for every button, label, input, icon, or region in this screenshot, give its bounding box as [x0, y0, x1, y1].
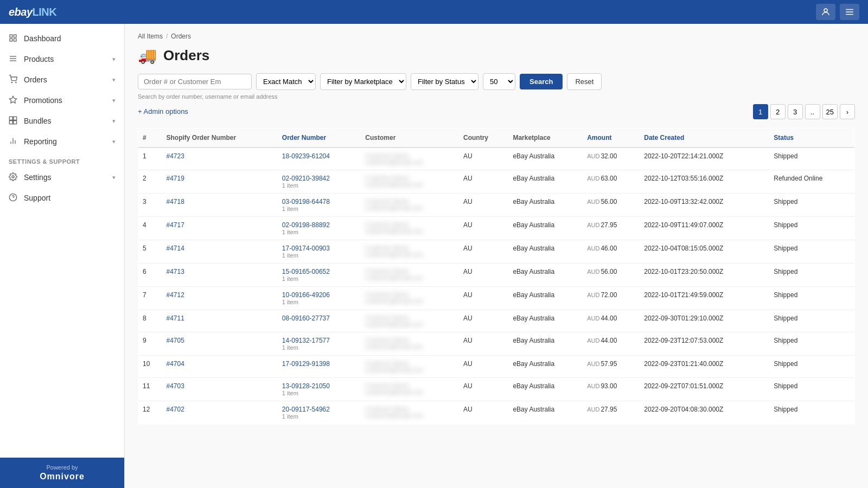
- customer-name: Customer Name: [365, 198, 455, 204]
- currency-label: AUD: [587, 315, 599, 322]
- ebay-order-link[interactable]: 03-09198-64478: [282, 198, 330, 206]
- sidebar-label-promotions: Promotions: [24, 96, 62, 105]
- page-btn-next[interactable]: ›: [840, 104, 855, 119]
- svg-rect-4: [10, 35, 12, 37]
- col-status[interactable]: Status: [769, 129, 854, 148]
- cell-order-number: 08-09160-27737: [278, 310, 361, 332]
- cell-marketplace: eBay Australia: [508, 401, 583, 425]
- per-page-select[interactable]: 50 25 100: [483, 73, 515, 90]
- customer-name: Customer Name: [365, 337, 455, 343]
- table-row: 3 #4718 03-09198-64478 1 item Customer N…: [138, 194, 855, 217]
- cell-order-number: 17-09174-00903 1 item: [278, 240, 361, 264]
- menu-icon-button[interactable]: [840, 4, 859, 20]
- bundles-chevron-icon: ▾: [112, 118, 116, 125]
- shopify-order-link[interactable]: #4713: [167, 268, 184, 275]
- sidebar-label-bundles: Bundles: [24, 117, 52, 125]
- logo-link: LINK: [33, 6, 57, 18]
- customer-email: customer@email.com: [365, 228, 455, 234]
- cell-status: Shipped: [769, 147, 854, 170]
- customer-name: Customer Name: [365, 221, 455, 228]
- user-icon-button[interactable]: [816, 4, 835, 20]
- col-date-created[interactable]: Date Created: [640, 129, 769, 148]
- ebay-order-link[interactable]: 02-09210-39842: [282, 175, 330, 182]
- table-row: 10 #4704 17-09129-91398 Customer Name cu…: [138, 356, 855, 378]
- marketplace-filter-select[interactable]: Filter by Marketplace eBay Australia eBa…: [320, 73, 406, 90]
- search-button[interactable]: Search: [520, 74, 563, 89]
- ebay-order-link[interactable]: 17-09129-91398: [282, 360, 330, 368]
- sidebar-item-bundles[interactable]: Bundles ▾: [0, 111, 124, 131]
- shopify-order-link[interactable]: #4712: [167, 291, 184, 299]
- shopify-order-link[interactable]: #4714: [167, 245, 184, 252]
- customer-email: customer@email.com: [365, 298, 455, 304]
- sidebar-item-reporting[interactable]: Reporting ▾: [0, 131, 124, 152]
- ebay-order-link[interactable]: 18-09239-61204: [282, 152, 330, 160]
- admin-options-toggle[interactable]: + Admin options: [138, 107, 188, 115]
- sidebar-item-promotions[interactable]: Promotions ▾: [0, 90, 124, 111]
- shopify-order-link[interactable]: #4704: [167, 360, 184, 368]
- cell-num: 10: [138, 356, 162, 378]
- sidebar-item-orders[interactable]: Orders ▾: [0, 69, 124, 90]
- order-search-input[interactable]: [138, 74, 252, 89]
- shopify-order-link[interactable]: #4718: [167, 198, 184, 206]
- cell-num: 11: [138, 378, 162, 401]
- customer-name: Customer Name: [365, 360, 455, 367]
- shopify-order-link[interactable]: #4711: [167, 314, 184, 322]
- reporting-chevron-icon: ▾: [112, 138, 116, 145]
- toolbar: Exact Match Contains Filter by Marketpla…: [138, 73, 855, 90]
- shopify-order-link[interactable]: #4705: [167, 337, 184, 344]
- reset-button[interactable]: Reset: [567, 73, 602, 90]
- cell-country: AU: [459, 378, 508, 401]
- match-type-select[interactable]: Exact Match Contains: [256, 73, 316, 90]
- pagination: 1 2 3 .. 25 ›: [753, 104, 855, 119]
- col-order-number[interactable]: Order Number: [278, 129, 361, 148]
- customer-email: customer@email.com: [365, 274, 455, 281]
- breadcrumb-parent[interactable]: All Items: [138, 33, 163, 40]
- customer-email: customer@email.com: [365, 367, 455, 373]
- cell-shopify-order: #4712: [162, 287, 278, 310]
- col-amount[interactable]: Amount: [583, 129, 640, 148]
- status-filter-select[interactable]: Filter by Status Shipped Pending Refunde…: [411, 73, 478, 90]
- cell-amount: AUD63.00: [583, 170, 640, 194]
- ebay-order-link[interactable]: 14-09132-17577: [282, 337, 330, 344]
- breadcrumb-separator: /: [166, 33, 168, 40]
- page-btn-25[interactable]: 25: [822, 104, 838, 119]
- ebay-order-link[interactable]: 08-09160-27737: [282, 314, 330, 322]
- shopify-order-link[interactable]: #4723: [167, 152, 184, 160]
- shopify-order-link[interactable]: #4717: [167, 221, 184, 229]
- cell-marketplace: eBay Australia: [508, 147, 583, 170]
- ebay-order-link[interactable]: 10-09166-49206: [282, 291, 330, 299]
- customer-name: Customer Name: [365, 175, 455, 181]
- table-row: 8 #4711 08-09160-27737 Customer Name cus…: [138, 310, 855, 332]
- page-btn-3[interactable]: 3: [788, 104, 803, 119]
- cell-shopify-order: #4718: [162, 194, 278, 217]
- ebay-order-link[interactable]: 17-09174-00903: [282, 245, 330, 252]
- orders-table: # Shopify Order Number Order Number Cust…: [138, 128, 855, 425]
- cell-shopify-order: #4713: [162, 264, 278, 287]
- col-num: #: [138, 129, 162, 148]
- sidebar: Dashboard Products ▾ Orders: [0, 24, 125, 488]
- cell-order-number: 18-09239-61204: [278, 147, 361, 170]
- sidebar-item-settings[interactable]: Settings ▾: [0, 167, 124, 188]
- shopify-order-link[interactable]: #4719: [167, 175, 184, 182]
- sidebar-item-support[interactable]: Support: [0, 188, 124, 208]
- sidebar-label-orders: Orders: [24, 75, 47, 84]
- customer-name: Customer Name: [365, 152, 455, 159]
- shopify-order-link[interactable]: #4702: [167, 406, 184, 413]
- sidebar-item-products[interactable]: Products ▾: [0, 49, 124, 69]
- ebay-order-link[interactable]: 15-09165-00652: [282, 268, 330, 275]
- shopify-order-link[interactable]: #4703: [167, 382, 184, 390]
- cell-amount: AUD27.95: [583, 401, 640, 425]
- page-btn-1[interactable]: 1: [753, 104, 768, 119]
- sidebar-item-dashboard[interactable]: Dashboard: [0, 28, 124, 49]
- cell-num: 9: [138, 332, 162, 356]
- ebay-order-link[interactable]: 13-09128-21050: [282, 382, 330, 390]
- ebay-order-link[interactable]: 20-09117-54962: [282, 406, 330, 413]
- ebay-order-link[interactable]: 02-09198-88892: [282, 221, 330, 229]
- cell-country: AU: [459, 170, 508, 194]
- page-btn-2[interactable]: 2: [770, 104, 786, 119]
- currency-label: AUD: [587, 292, 599, 298]
- sidebar-label-dashboard: Dashboard: [24, 34, 61, 43]
- currency-label: AUD: [587, 268, 599, 275]
- col-marketplace: Marketplace: [508, 129, 583, 148]
- item-count: 1 item: [282, 390, 356, 396]
